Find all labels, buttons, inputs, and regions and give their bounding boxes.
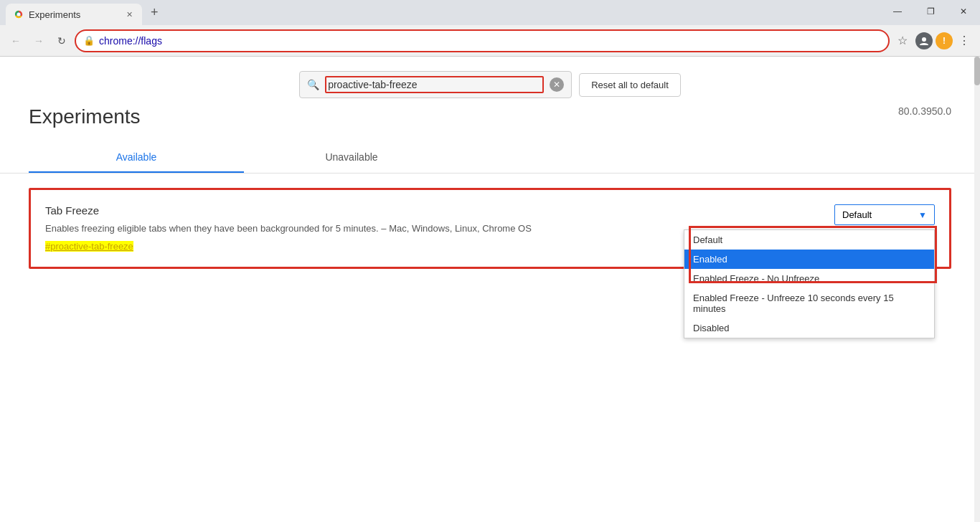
option-enabled[interactable]: Enabled [684,250,934,269]
window-controls: — ❐ ✕ [881,0,980,25]
toolbar: ← → ↻ 🔒 chrome://flags ☆ ! ⋮ [0,25,980,57]
menu-button[interactable]: ⋮ [954,31,974,51]
option-default[interactable]: Default [684,230,934,250]
address-text: chrome://flags [99,35,881,47]
tab-close-button[interactable]: ✕ [123,9,135,20]
back-button[interactable]: ← [6,31,26,51]
extension-indicator: ! [936,32,953,49]
experiment-info: Tab Freeze Enables freezing eligible tab… [45,204,684,252]
page-title-area: Experiments 80.0.3950.0 [0,105,980,128]
title-bar: Experiments ✕ + — ❐ ✕ [0,0,980,25]
search-clear-button[interactable]: ✕ [550,77,564,92]
version-text: 80.0.3950.0 [898,105,951,117]
svg-point-1 [17,13,21,16]
experiment-description: Enables freezing eligible tabs when they… [45,222,684,235]
maximize-button[interactable]: ❐ [914,1,947,22]
experiment-list: Tab Freeze Enables freezing eligible tab… [0,188,980,269]
dropdown-menu: Default Enabled Enabled Freeze - No Unfr… [684,229,935,338]
chrome-icon [13,9,24,20]
new-tab-button[interactable]: + [146,4,163,22]
tab-available[interactable]: Available [29,143,244,173]
dropdown-trigger[interactable]: Default ▼ [834,204,935,225]
toolbar-right: ☆ ! ⋮ [892,31,974,51]
experiment-card: Tab Freeze Enables freezing eligible tab… [29,188,951,269]
search-icon: 🔍 [307,79,319,90]
tab-title: Experiments [29,9,80,20]
security-icon: 🔒 [83,35,95,46]
reload-button[interactable]: ↻ [52,31,72,51]
tab-unavailable[interactable]: Unavailable [244,143,459,173]
forward-button[interactable]: → [29,31,49,51]
browser-tab[interactable]: Experiments ✕ [6,4,142,25]
close-button[interactable]: ✕ [947,1,980,22]
reset-all-button[interactable]: Reset all to default [579,73,681,97]
minimize-button[interactable]: — [881,1,914,22]
address-bar[interactable]: 🔒 chrome://flags [75,29,890,52]
option-enabled-unfreeze-15min[interactable]: Enabled Freeze - Unfreeze 10 seconds eve… [684,288,934,318]
search-container: 🔍 ✕ [299,71,572,98]
experiment-link[interactable]: #proactive-tab-freeze [45,241,133,252]
page-title: Experiments [29,105,141,128]
experiment-name: Tab Freeze [45,204,684,217]
tabs-section: Available Unavailable [0,143,980,174]
profile-avatar [915,32,933,49]
search-input[interactable] [325,76,544,93]
scrollbar-thumb[interactable] [974,57,980,85]
experiment-controls: Default ▼ Default Enabled Enabled Freeze… [684,204,935,225]
bookmark-button[interactable]: ☆ [892,31,913,51]
option-enabled-no-unfreeze[interactable]: Enabled Freeze - No Unfreeze [684,269,934,288]
dropdown-current-value: Default [842,209,872,220]
scrollbar[interactable] [974,57,980,522]
page-content: 🔍 ✕ Reset all to default Experiments 80.… [0,57,980,522]
option-disabled[interactable]: Disabled [684,318,934,338]
chevron-down-icon: ▼ [918,210,927,220]
svg-point-2 [922,37,926,42]
profile-button[interactable] [914,31,934,51]
